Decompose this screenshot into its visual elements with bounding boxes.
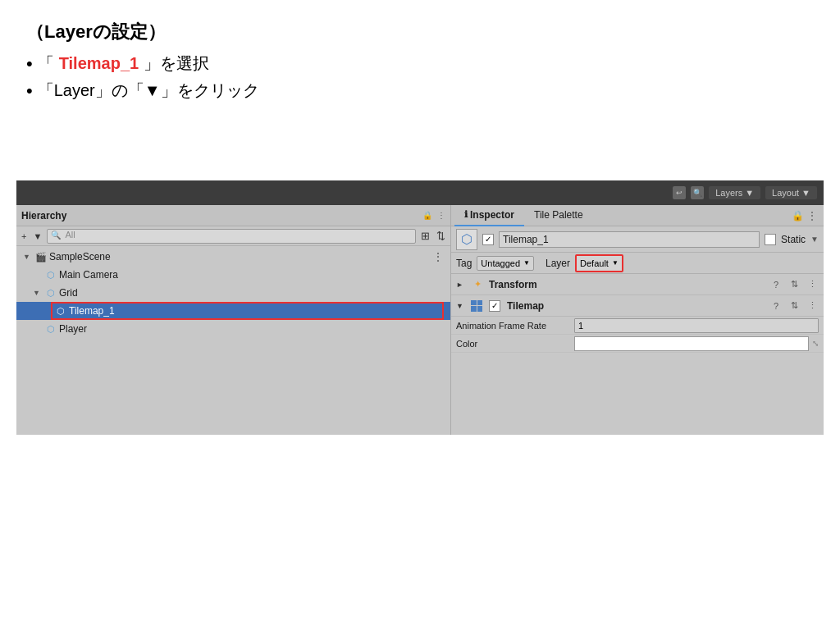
camera-icon: ⬡	[44, 268, 57, 281]
hierarchy-header: Hierarchy 🔒 ⋮	[16, 205, 450, 226]
layers-arrow: ▼	[745, 188, 754, 198]
layer-dropdown[interactable]: Default ▼	[575, 254, 623, 272]
tilemap-grid-icon	[471, 300, 482, 312]
resize-handle-icon[interactable]: ⤡	[812, 339, 819, 348]
hierarchy-camera-item[interactable]: ⬡ Main Camera	[16, 266, 450, 284]
tilemap-help-icon[interactable]: ?	[769, 301, 783, 311]
tilemap-expand-icon[interactable]: ▼	[456, 302, 466, 310]
tilemap1-label: Tilemap_1	[69, 305, 115, 317]
anim-frame-rate-value[interactable]: 1	[574, 318, 819, 333]
static-label: Static	[781, 234, 806, 245]
inspector-icon: ℹ	[464, 209, 468, 220]
camera-label: Main Camera	[59, 269, 118, 281]
tab-inspector-label: Inspector	[470, 209, 514, 221]
object-icon: ⬡	[461, 231, 472, 247]
object-active-checkbox[interactable]: ✓	[482, 234, 494, 245]
unity-topbar: ↩ 🔍 Layers ▼ Layout ▼	[16, 180, 824, 205]
player-icon: ⬡	[44, 322, 57, 336]
hierarchy-scene-item[interactable]: ▼ 🎬 SampleScene ⋮	[16, 248, 450, 266]
tag-layer-row: Tag Untagged ▼ Layer Default ▼	[451, 253, 824, 274]
anim-frame-rate-number: 1	[578, 321, 583, 331]
layers-button[interactable]: Layers ▼	[709, 186, 760, 199]
search-icon[interactable]: 🔍	[691, 186, 704, 199]
tab-palette-label: Tile Palette	[534, 209, 583, 221]
object-name-input[interactable]	[499, 231, 760, 248]
color-value-box[interactable]	[574, 336, 809, 351]
transform-component-row: ► ✦ Transform ? ⇅ ⋮	[451, 274, 824, 295]
hierarchy-toolbar: + ▼ 🔍 All ⊞ ⇅	[16, 226, 450, 246]
grid-label: Grid	[59, 287, 78, 299]
tag-dropdown-arrow-icon: ▼	[523, 259, 530, 267]
search-input[interactable]: 🔍 All	[47, 229, 416, 244]
hierarchy-menu-icon[interactable]: ⋮	[437, 211, 445, 220]
tab-inspector[interactable]: ℹ Inspector	[454, 205, 524, 226]
hierarchy-tilemap1-item[interactable]: ⬡ Tilemap_1	[16, 302, 450, 320]
instruction-title: （Layerの設定）	[26, 20, 814, 44]
layers-label: Layers	[715, 188, 742, 198]
grid-expand-arrow: ▼	[33, 289, 43, 297]
layout-arrow: ▼	[801, 188, 810, 198]
layer-value: Default	[580, 258, 609, 268]
tilemap-settings-icon[interactable]: ⇅	[788, 300, 801, 311]
tilemap1-icon: ⬡	[54, 304, 67, 317]
scene-label: SampleScene	[49, 251, 111, 262]
undo-icon[interactable]: ↩	[673, 186, 686, 199]
layer-label: Layer	[546, 258, 570, 269]
color-label: Color	[456, 339, 571, 349]
instruction-bullet-2: 「Layer」の「▼」をクリック	[26, 80, 814, 102]
grid-icon: ⬡	[44, 286, 57, 299]
player-label: Player	[59, 323, 87, 335]
inspector-header-icons: 🔒 ⋮	[792, 210, 820, 221]
inspector-lock-icon[interactable]: 🔒	[792, 210, 804, 221]
hierarchy-content: ▼ 🎬 SampleScene ⋮ ⬡ Main Camera ▼ ⬡ Grid	[16, 246, 450, 435]
search-placeholder: All	[65, 230, 75, 240]
inspector-dots-icon[interactable]: ⋮	[807, 210, 817, 221]
transform-dots-icon[interactable]: ⋮	[806, 279, 819, 290]
transform-expand-icon[interactable]: ►	[456, 281, 466, 289]
instruction-bullet-1: 「Tilemap_1」を選択	[26, 52, 814, 75]
object-header: ⬡ ✓ Static ▼	[451, 226, 824, 253]
layout-button[interactable]: Layout ▼	[765, 186, 817, 199]
filter-button[interactable]: ⊞	[419, 230, 431, 242]
tilemap-component-row: ▼ ✓ Tilemap ? ⇅ ⋮	[451, 295, 824, 317]
hierarchy-lock-icon[interactable]: 🔒	[422, 211, 432, 220]
transform-label: Transform	[489, 279, 765, 290]
inspector-panel: ℹ Inspector Tile Palette 🔒 ⋮ ⬡	[451, 205, 824, 435]
scene-icon: 🎬	[34, 250, 48, 263]
color-row: Color ⤡	[451, 335, 824, 353]
anim-frame-rate-row: Animation Frame Rate 1	[451, 317, 824, 335]
hierarchy-panel: Hierarchy 🔒 ⋮ + ▼ 🔍 All ⊞ ⇅ ▼ 🎬 Sa	[16, 205, 451, 435]
instructions-area: （Layerの設定） 「Tilemap_1」を選択 「Layer」の「▼」をクリ…	[0, 0, 840, 120]
static-checkbox[interactable]	[765, 234, 776, 245]
hierarchy-grid-item[interactable]: ▼ ⬡ Grid	[16, 284, 450, 302]
scene-menu-dots[interactable]: ⋮	[432, 250, 444, 263]
search-icon: 🔍	[51, 231, 61, 240]
add-button[interactable]: +	[20, 231, 28, 241]
tilemap-label: Tilemap	[507, 300, 765, 312]
tilemap-active-checkbox[interactable]: ✓	[489, 300, 500, 312]
object-icon-box[interactable]: ⬡	[456, 229, 477, 250]
inspector-tabs: ℹ Inspector Tile Palette 🔒 ⋮	[451, 205, 824, 226]
tag-value: Untagged	[481, 258, 520, 268]
anim-frame-rate-label: Animation Frame Rate	[456, 321, 571, 331]
hierarchy-title: Hierarchy	[21, 210, 418, 221]
tilemap-dots-icon[interactable]: ⋮	[806, 300, 819, 311]
unity-panels: Hierarchy 🔒 ⋮ + ▼ 🔍 All ⊞ ⇅ ▼ 🎬 Sa	[16, 205, 824, 435]
layer-dropdown-arrow-icon: ▼	[612, 259, 619, 267]
hierarchy-player-item[interactable]: ⬡ Player	[16, 320, 450, 338]
transform-settings-icon[interactable]: ⇅	[788, 279, 801, 290]
layout-label: Layout	[772, 188, 799, 198]
scene-expand-arrow: ▼	[23, 253, 33, 261]
bullet1-prefix: 「	[38, 52, 54, 75]
bullet1-suffix: 」を選択	[144, 52, 209, 75]
static-dropdown-arrow[interactable]: ▼	[810, 235, 819, 244]
transform-help-icon[interactable]: ?	[769, 280, 783, 290]
tag-dropdown[interactable]: Untagged ▼	[477, 256, 534, 271]
sort-button[interactable]: ⇅	[435, 230, 447, 242]
tab-tile-palette[interactable]: Tile Palette	[524, 205, 593, 226]
dropdown-arrow-button[interactable]: ▼	[31, 231, 43, 241]
unity-editor: ↩ 🔍 Layers ▼ Layout ▼ Hierarchy 🔒 ⋮ + ▼ …	[16, 180, 824, 435]
bullet1-red: Tilemap_1	[59, 54, 139, 73]
transform-icon: ✦	[471, 278, 484, 291]
inspector-content: ⬡ ✓ Static ▼ Tag Untagged ▼ Layer	[451, 226, 824, 435]
